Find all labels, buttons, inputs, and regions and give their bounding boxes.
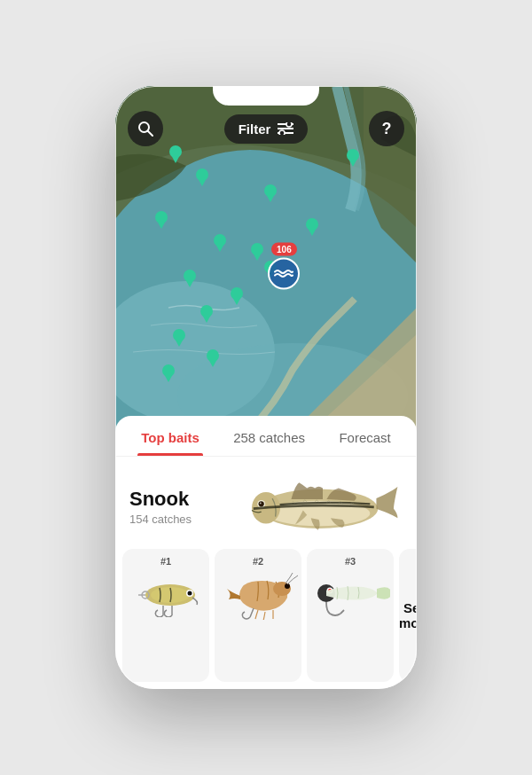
svg-marker-16 [232, 297, 241, 305]
phone-notch [213, 86, 319, 106]
svg-marker-30 [348, 159, 357, 167]
svg-marker-26 [308, 228, 317, 236]
tab-bar: Top baits 258 catches Forecast [115, 416, 417, 457]
bait-image-1 [126, 572, 206, 618]
search-button[interactable] [128, 111, 163, 146]
help-button[interactable]: ? [369, 111, 404, 146]
bait-rank-3: #3 [345, 556, 356, 567]
svg-marker-18 [202, 315, 211, 323]
tab-catches[interactable]: 258 catches [230, 430, 309, 456]
svg-point-38 [286, 122, 292, 127]
help-icon: ? [382, 120, 392, 138]
svg-marker-32 [164, 374, 173, 382]
svg-marker-10 [215, 244, 224, 252]
bait-item-2[interactable]: #2 [215, 549, 301, 682]
svg-marker-24 [253, 253, 262, 261]
svg-marker-8 [157, 221, 166, 229]
bait-grid: #1 [115, 549, 417, 689]
phone-frame: 106 Filter [115, 86, 417, 689]
fish-image [243, 471, 403, 542]
map-controls: Filter ? [115, 111, 417, 146]
bait-image-2 [218, 572, 298, 618]
svg-marker-22 [208, 359, 217, 367]
svg-line-34 [148, 131, 153, 137]
svg-marker-14 [185, 279, 194, 287]
tab-top-baits[interactable]: Top baits [137, 430, 203, 456]
bottom-sheet: Top baits 258 catches Forecast Snook 154… [115, 416, 417, 689]
cluster-badge: 106 [271, 242, 297, 255]
bait-item-3[interactable]: #3 [307, 549, 394, 682]
svg-marker-12 [266, 194, 275, 202]
svg-point-44 [259, 501, 264, 506]
cluster-wave [268, 257, 300, 289]
map-view: 106 Filter [115, 86, 417, 432]
svg-marker-4 [171, 155, 180, 163]
fish-catches: 154 catches [129, 513, 192, 526]
fish-name: Snook [129, 488, 192, 511]
fish-info: Snook 154 catches [115, 457, 417, 549]
tab-forecast[interactable]: Forecast [335, 430, 394, 456]
bait-rank-2: #2 [253, 556, 263, 567]
bait-rank-1: #1 [160, 556, 171, 567]
see-more-label: See more [399, 600, 417, 630]
fish-text: Snook 154 catches [129, 488, 192, 526]
see-more-button[interactable]: See more [399, 549, 417, 682]
filter-button[interactable]: Filter [224, 114, 309, 144]
svg-marker-20 [175, 339, 184, 347]
svg-point-49 [188, 591, 192, 596]
svg-point-45 [260, 503, 262, 505]
bait-item-1[interactable]: #1 [122, 549, 209, 682]
svg-marker-6 [198, 178, 207, 186]
bait-image-3 [310, 572, 390, 618]
svg-line-56 [250, 608, 254, 617]
svg-point-39 [279, 130, 285, 135]
filter-label: Filter [239, 121, 271, 137]
cluster-marker[interactable]: 106 [268, 242, 300, 289]
